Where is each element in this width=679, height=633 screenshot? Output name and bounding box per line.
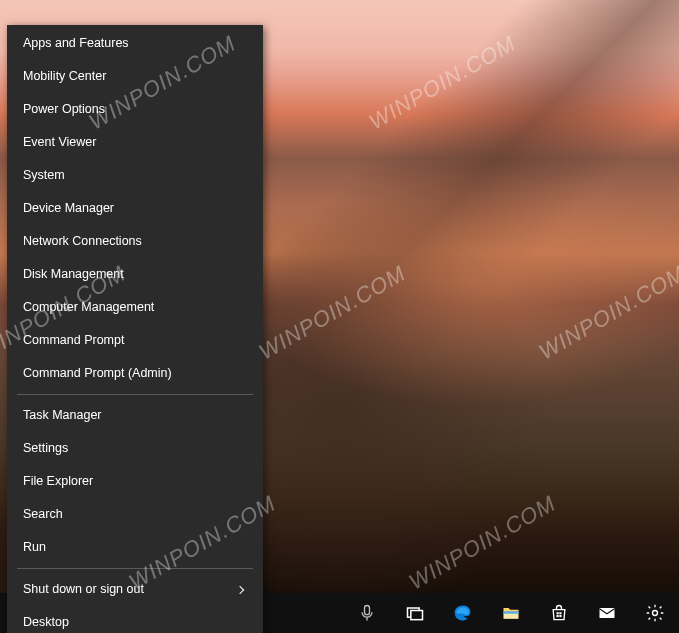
svg-rect-6 bbox=[557, 612, 559, 614]
menu-shutdown-signout[interactable]: Shut down or sign out bbox=[7, 573, 263, 606]
mail-icon[interactable] bbox=[583, 593, 631, 633]
menu-file-explorer[interactable]: File Explorer bbox=[7, 465, 263, 498]
file-explorer-icon[interactable] bbox=[487, 593, 535, 633]
menu-item-label: Desktop bbox=[23, 615, 69, 630]
menu-item-label: Power Options bbox=[23, 102, 105, 117]
menu-item-label: Mobility Center bbox=[23, 69, 106, 84]
menu-separator bbox=[17, 568, 253, 569]
menu-item-label: Apps and Features bbox=[23, 36, 129, 51]
watermark-text: WINPOIN.COM bbox=[255, 260, 411, 365]
menu-item-label: System bbox=[23, 168, 65, 183]
svg-point-11 bbox=[653, 611, 658, 616]
menu-apps-features[interactable]: Apps and Features bbox=[7, 27, 263, 60]
chevron-right-icon bbox=[236, 585, 244, 593]
menu-command-prompt[interactable]: Command Prompt bbox=[7, 324, 263, 357]
menu-item-label: Settings bbox=[23, 441, 68, 456]
svg-rect-7 bbox=[559, 612, 561, 614]
menu-power-options[interactable]: Power Options bbox=[7, 93, 263, 126]
menu-item-label: Disk Management bbox=[23, 267, 124, 282]
winx-context-menu: Apps and Features Mobility Center Power … bbox=[7, 25, 263, 633]
svg-rect-3 bbox=[411, 611, 423, 620]
svg-rect-5 bbox=[504, 611, 519, 614]
menu-item-label: Computer Management bbox=[23, 300, 154, 315]
svg-rect-0 bbox=[365, 606, 370, 615]
menu-device-manager[interactable]: Device Manager bbox=[7, 192, 263, 225]
desktop-wallpaper[interactable]: Apps and Features Mobility Center Power … bbox=[0, 0, 679, 633]
menu-settings[interactable]: Settings bbox=[7, 432, 263, 465]
menu-item-label: Run bbox=[23, 540, 46, 555]
menu-computer-management[interactable]: Computer Management bbox=[7, 291, 263, 324]
watermark-text: WINPOIN.COM bbox=[365, 30, 521, 135]
menu-item-label: Command Prompt (Admin) bbox=[23, 366, 172, 381]
menu-mobility-center[interactable]: Mobility Center bbox=[7, 60, 263, 93]
task-view-icon[interactable] bbox=[391, 593, 439, 633]
menu-search[interactable]: Search bbox=[7, 498, 263, 531]
menu-item-label: Device Manager bbox=[23, 201, 114, 216]
menu-item-label: Event Viewer bbox=[23, 135, 96, 150]
menu-desktop[interactable]: Desktop bbox=[7, 606, 263, 633]
svg-rect-9 bbox=[559, 615, 561, 617]
menu-system[interactable]: System bbox=[7, 159, 263, 192]
menu-separator bbox=[17, 394, 253, 395]
menu-item-label: Shut down or sign out bbox=[23, 582, 144, 597]
svg-rect-10 bbox=[600, 608, 615, 618]
menu-command-prompt-admin[interactable]: Command Prompt (Admin) bbox=[7, 357, 263, 390]
menu-run[interactable]: Run bbox=[7, 531, 263, 564]
settings-gear-icon[interactable] bbox=[631, 593, 679, 633]
watermark-text: WINPOIN.COM bbox=[405, 490, 561, 595]
store-icon[interactable] bbox=[535, 593, 583, 633]
menu-item-label: Search bbox=[23, 507, 63, 522]
menu-task-manager[interactable]: Task Manager bbox=[7, 399, 263, 432]
watermark-text: WINPOIN.COM bbox=[535, 260, 679, 365]
menu-item-label: File Explorer bbox=[23, 474, 93, 489]
menu-item-label: Network Connections bbox=[23, 234, 142, 249]
menu-item-label: Task Manager bbox=[23, 408, 102, 423]
edge-icon[interactable] bbox=[439, 593, 487, 633]
menu-item-label: Command Prompt bbox=[23, 333, 124, 348]
svg-rect-8 bbox=[557, 615, 559, 617]
menu-network-connections[interactable]: Network Connections bbox=[7, 225, 263, 258]
menu-disk-management[interactable]: Disk Management bbox=[7, 258, 263, 291]
menu-event-viewer[interactable]: Event Viewer bbox=[7, 126, 263, 159]
cortana-mic-icon[interactable] bbox=[343, 593, 391, 633]
